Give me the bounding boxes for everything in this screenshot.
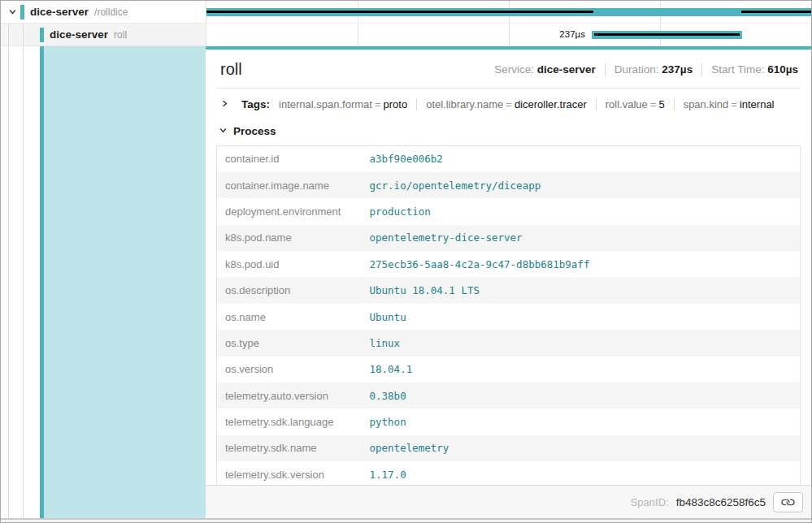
child-span-marker	[741, 11, 811, 13]
process-row: telemetry.sdk.languagepython	[217, 408, 801, 434]
process-row: telemetry.sdk.version1.17.0	[217, 461, 801, 486]
process-row: telemetry.sdk.nameopentelemetry	[217, 435, 801, 461]
process-row: k8s.pod.nameopentelemetry-dice-server	[217, 225, 801, 251]
copy-span-link-button[interactable]	[773, 492, 803, 512]
operation-name: /rolldice	[94, 6, 128, 18]
collapse-span-button[interactable]	[7, 6, 18, 18]
child-span-marker	[206, 11, 593, 13]
process-row: k8s.pod.uid275ecb36-5aa8-4c2a-9c47-d8bb6…	[217, 251, 801, 277]
spanid-value: fb483c8c6258f6c5	[676, 496, 766, 508]
spanid-label: SpanID:	[631, 496, 669, 508]
chevron-right-icon	[220, 98, 229, 110]
divider	[605, 63, 606, 76]
divider	[674, 98, 675, 110]
span-track-roll[interactable]: 237µs	[206, 24, 811, 46]
selected-span-highlight	[44, 46, 206, 518]
span-track-rolldice[interactable]	[206, 1, 811, 24]
process-row: container.image.namegcr.io/opentelemetry…	[217, 172, 801, 198]
tag-item: internal.span.format=proto	[279, 98, 407, 110]
span-bar-roll[interactable]: 237µs	[592, 31, 742, 39]
indent-gutter	[1, 46, 206, 518]
meta-service: Service: dice-server	[494, 63, 596, 76]
indent-guide	[23, 24, 24, 45]
tag-item: span.kind=internal	[684, 98, 775, 110]
indent-guide	[8, 46, 9, 518]
span-name-cell-rolldice[interactable]: dice-server /rolldice	[1, 1, 206, 24]
gridline	[358, 24, 358, 45]
meta-start-time: Start Time: 610µs	[711, 63, 798, 76]
tag-item: roll.value=5	[606, 98, 665, 110]
meta-duration: Duration: 237µs	[614, 63, 693, 76]
service-name: dice-server	[50, 28, 108, 41]
process-label: Process	[233, 125, 276, 137]
span-detail-panel: roll Service: dice-server Duration: 237µ…	[206, 46, 811, 518]
indent-guide	[8, 24, 9, 45]
process-table: container.ida3bf90e006b2 container.image…	[216, 145, 801, 486]
span-bar-rolldice[interactable]	[206, 8, 811, 16]
bottom-padding	[1, 520, 811, 522]
chevron-down-icon	[8, 5, 17, 19]
operation-name: roll	[114, 29, 127, 41]
chevron-down-icon	[219, 123, 228, 138]
process-row: telemetry.auto.version0.38b0	[217, 383, 801, 408]
divider	[701, 63, 702, 76]
span-operation-title: roll	[220, 60, 242, 79]
tags-accordion[interactable]: Tags: internal.span.format=proto otel.li…	[216, 89, 801, 114]
divider	[416, 98, 417, 110]
jaeger-trace-view: dice-server /rolldice dice-server roll	[0, 0, 812, 523]
span-row-rolldice[interactable]: dice-server /rolldice	[1, 1, 811, 24]
process-accordion[interactable]: Process	[216, 114, 801, 145]
span-duration-label: 237µs	[559, 29, 585, 39]
detail-footer: SpanID: fb483c8c6258f6c5	[206, 486, 811, 518]
process-row: os.nameUbuntu	[217, 304, 801, 330]
process-row: deployment.environmentproduction	[217, 198, 801, 224]
tags-label: Tags:	[241, 98, 270, 110]
process-row: container.ida3bf90e006b2	[217, 146, 801, 172]
span-bar-stripe	[594, 33, 740, 36]
service-color-bar	[20, 5, 24, 19]
detail-header: roll Service: dice-server Duration: 237µ…	[216, 50, 801, 89]
span-meta: Service: dice-server Duration: 237µs Sta…	[494, 63, 798, 76]
service-color-bar	[40, 28, 44, 42]
gridline	[509, 24, 510, 45]
process-row: os.typelinux	[217, 330, 801, 356]
span-row-roll[interactable]: dice-server roll 237µs	[1, 24, 811, 46]
indent-guide	[23, 46, 24, 518]
span-detail-card: roll Service: dice-server Duration: 237µ…	[206, 50, 811, 486]
process-row: os.version18.04.1	[217, 357, 801, 383]
tag-item: otel.library.name=diceroller.tracer	[426, 98, 587, 110]
divider	[596, 98, 597, 110]
link-icon	[782, 496, 794, 508]
service-name: dice-server	[30, 6, 89, 18]
span-name-cell-roll[interactable]: dice-server roll	[1, 24, 206, 46]
span-detail-body: roll Service: dice-server Duration: 237µ…	[1, 46, 811, 518]
process-row: os.descriptionUbuntu 18.04.1 LTS	[217, 277, 801, 303]
